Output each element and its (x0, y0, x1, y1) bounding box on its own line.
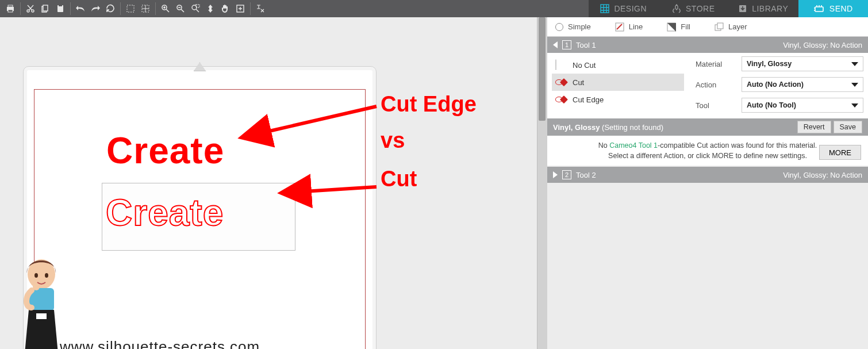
save-button[interactable]: Save (834, 121, 863, 133)
subtab-layer-label: Layer (728, 22, 747, 31)
tool-dropdown[interactable]: Auto (No Tool) (742, 98, 863, 113)
tool-value: Auto (No Tool) (747, 101, 796, 109)
msg-2: Select a different Action, or click MORE… (556, 152, 859, 160)
top-bar: DESIGN STORE LIBRARY SEND (0, 0, 868, 17)
tool2-number: 2 (562, 170, 571, 179)
tab-design[interactable]: DESIGN (589, 0, 659, 17)
collapse-left-icon (553, 41, 558, 48)
fit-icon[interactable] (233, 2, 247, 16)
material-value: Vinyl, Glossy (747, 60, 792, 68)
tool2-header[interactable]: 2 Tool 2 Vinyl, Glossy: No Action (547, 167, 868, 183)
svg-rect-2 (8, 10, 13, 12)
send-panel: Simple Line Fill Layer 1 Tool 1 Vinyl, G… (547, 17, 868, 349)
settings-material: Vinyl, Glossy (553, 123, 600, 132)
subtab-fill[interactable]: Fill (667, 22, 690, 32)
pan-icon[interactable] (218, 2, 232, 16)
zoom-region-icon[interactable] (189, 2, 202, 16)
warning-message: No Cameo4 Tool 1-compatible Cut action w… (547, 136, 868, 166)
select-rect-icon[interactable] (124, 2, 137, 16)
svg-point-21 (34, 273, 38, 278)
canvas-scrollbar[interactable] (537, 17, 547, 349)
zoom-out-icon[interactable] (174, 2, 187, 16)
cut-icon (555, 78, 567, 87)
option-cut-edge[interactable]: Cut Edge (552, 91, 684, 108)
print-icon[interactable] (3, 2, 17, 16)
option-no-cut-label: No Cut (573, 61, 596, 70)
watermark: www.silhouette-secrets.com (60, 338, 260, 349)
text-create-outline: Create (106, 191, 224, 234)
svg-point-12 (192, 5, 197, 10)
svg-point-22 (45, 273, 48, 278)
svg-rect-8 (127, 5, 134, 12)
svg-rect-7 (59, 5, 62, 6)
canvas-area[interactable]: Create Create Cut Edge vs Cut www.silhou… (0, 17, 537, 349)
svg-rect-17 (815, 7, 823, 11)
chevron-down-icon (851, 62, 858, 66)
annotation-cut: Cut (381, 167, 417, 191)
cut-edge-icon (555, 95, 567, 104)
subtab-line-label: Line (629, 22, 643, 31)
chevron-down-icon (851, 103, 858, 108)
svg-rect-5 (43, 5, 48, 11)
annotation-cut-edge: Cut Edge (381, 92, 477, 117)
layer-icon (715, 22, 724, 32)
redo-icon[interactable] (89, 2, 102, 16)
refresh-icon[interactable] (103, 2, 117, 16)
tool2-subtitle: Vinyl, Glossy: No Action (783, 171, 862, 179)
paste-icon[interactable] (53, 2, 67, 16)
more-button[interactable]: MORE (819, 145, 861, 160)
action-dropdown[interactable]: Auto (No Action) (742, 77, 863, 92)
option-cut[interactable]: Cut (552, 74, 684, 91)
expand-right-icon (553, 171, 558, 178)
cut-icon[interactable] (24, 2, 37, 16)
circle-icon (555, 23, 563, 31)
svg-point-25 (33, 283, 40, 290)
tab-store[interactable]: STORE (659, 0, 729, 17)
subtab-simple[interactable]: Simple (555, 22, 591, 31)
copy-icon[interactable] (39, 2, 52, 16)
tool1-title: Tool 1 (576, 41, 596, 49)
text-direction-icon[interactable] (254, 2, 267, 16)
msg-1b: -compatible Cut action was found for thi… (658, 141, 817, 149)
tool1-properties: Material Vinyl, Glossy Action Auto (No A… (696, 56, 863, 113)
text-create-outline-box[interactable]: Create (102, 183, 295, 251)
svg-rect-24 (36, 313, 47, 319)
fill-icon (667, 22, 676, 32)
chevron-down-icon (851, 83, 858, 87)
send-subtabs: Simple Line Fill Layer (547, 17, 868, 37)
subtab-line[interactable]: Line (615, 22, 643, 32)
toolbar (0, 0, 589, 17)
tab-store-label: STORE (686, 4, 715, 13)
tool1-header[interactable]: 1 Tool 1 Vinyl, Glossy: No Action (547, 37, 868, 53)
subtab-fill-label: Fill (681, 22, 690, 31)
option-no-cut[interactable]: No Cut (552, 56, 684, 74)
tab-send[interactable]: SEND (798, 0, 869, 17)
material-label: Material (696, 60, 736, 68)
undo-icon[interactable] (74, 2, 87, 16)
settings-status: (Setting not found) (602, 123, 663, 132)
tab-library-label: LIBRARY (752, 4, 788, 13)
msg-link[interactable]: Cameo4 Tool 1 (609, 141, 658, 149)
tool1-subtitle: Vinyl, Glossy: No Action (783, 41, 862, 49)
subtab-layer[interactable]: Layer (715, 22, 747, 32)
action-label: Action (696, 80, 736, 89)
nav-tabs: DESIGN STORE LIBRARY SEND (589, 0, 868, 17)
select-lasso-icon[interactable] (139, 2, 152, 16)
msg-1a: No (598, 141, 609, 149)
line-icon (615, 22, 624, 32)
annotation-vs: vs (381, 128, 405, 153)
text-create-filled[interactable]: Create (106, 129, 224, 172)
option-cut-edge-label: Cut Edge (573, 95, 604, 104)
subtab-simple-label: Simple (568, 22, 591, 31)
settings-bar: Vinyl, Glossy (Setting not found) Revert… (547, 118, 868, 136)
svg-rect-31 (717, 23, 723, 29)
revert-button[interactable]: Revert (797, 121, 831, 133)
zoom-fit-icon[interactable] (203, 2, 217, 16)
tool1-body: No Cut Cut Cut Edge Material Vinyl, Glos… (547, 53, 868, 118)
tool-label: Tool (696, 101, 736, 110)
tool1-number: 1 (562, 40, 571, 49)
material-dropdown[interactable]: Vinyl, Glossy (742, 56, 863, 71)
tab-library[interactable]: LIBRARY (728, 0, 798, 17)
zoom-in-icon[interactable] (159, 2, 172, 16)
svg-rect-15 (601, 5, 609, 13)
